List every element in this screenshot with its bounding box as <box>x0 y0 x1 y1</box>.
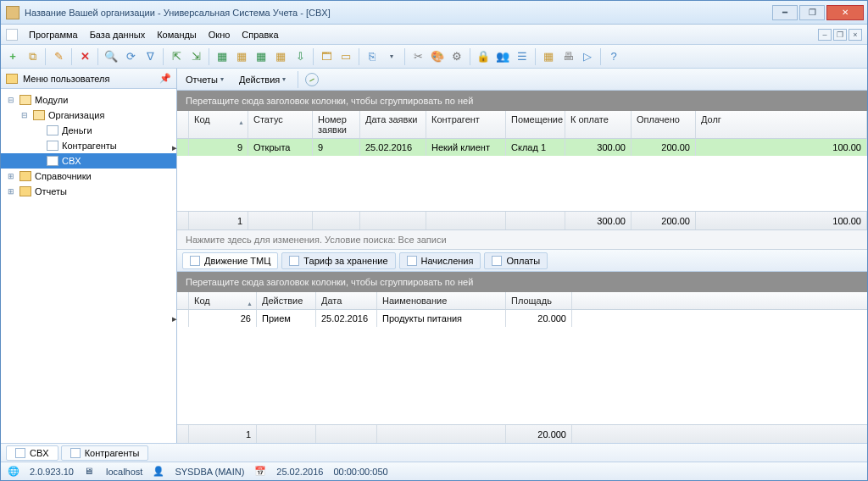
filter-icon[interactable]: ∇ <box>142 48 159 65</box>
clock-icon[interactable] <box>305 73 319 86</box>
col-pay[interactable]: К оплате <box>565 111 632 138</box>
col2-action[interactable]: Действие <box>257 292 316 309</box>
grid2-row[interactable]: ▸ 26 Прием 25.02.2016 Продукты питания 2… <box>177 310 867 327</box>
menubar: Программа База данных Команды Окно Справ… <box>1 25 867 45</box>
palette-icon[interactable]: 🎨 <box>429 48 446 65</box>
tree-node[interactable]: Деньги <box>1 123 176 138</box>
menu-commands[interactable]: Команды <box>151 27 203 42</box>
sidebar-title: Меню пользователя <box>23 74 109 84</box>
status-date: 25.02.2016 <box>276 467 323 477</box>
help-icon[interactable]: ? <box>605 48 622 65</box>
col-status[interactable]: Статус <box>248 111 313 138</box>
mdi-close-button[interactable]: × <box>849 29 862 41</box>
list-icon[interactable]: ☰ <box>514 48 531 65</box>
menu-database[interactable]: База данных <box>84 27 152 42</box>
export-excel-icon[interactable]: ▦ <box>214 48 231 65</box>
tree-label: Организация <box>48 110 104 120</box>
close-button[interactable]: ✕ <box>826 5 864 20</box>
plugin-dd-icon[interactable]: ▾ <box>383 48 400 65</box>
import-icon[interactable]: ⇩ <box>292 48 309 65</box>
expand-icon[interactable]: ⊞ <box>6 187 16 196</box>
play-icon[interactable]: ▷ <box>579 48 596 65</box>
menu-help[interactable]: Справка <box>236 27 284 42</box>
document-icon <box>47 125 58 135</box>
grid1-row[interactable]: ▸ 9 Открыта 9 25.02.2016 Некий клиент Ск… <box>177 139 867 156</box>
export4-icon[interactable]: ▦ <box>272 48 289 65</box>
plugin-icon[interactable]: ⎘ <box>364 48 381 65</box>
tree-node[interactable]: ⊟Модули <box>1 92 176 108</box>
status-user: SYSDBA (MAIN) <box>175 467 244 477</box>
tree-node[interactable]: CBX <box>1 153 176 169</box>
tree-collapse-icon[interactable]: ⇲ <box>187 48 204 65</box>
grid1-footer: 1 300.00 200.00 100.00 <box>177 211 867 229</box>
refresh-icon[interactable]: ⟳ <box>122 48 139 65</box>
col-contr[interactable]: Контрагент <box>426 111 506 138</box>
col2-area[interactable]: Площадь <box>506 292 572 309</box>
export3-icon[interactable]: ▦ <box>253 48 270 65</box>
group-hint-top[interactable]: Перетащите сюда заголовок колонки, чтобы… <box>177 91 867 111</box>
user-icon: 👤 <box>153 466 164 478</box>
lock-icon[interactable]: 🔒 <box>475 48 492 65</box>
sidebar: Меню пользователя 📌 ⊟Модули⊟ОрганизацияД… <box>1 69 177 443</box>
maximize-button[interactable]: ❐ <box>799 5 825 20</box>
calendar-icon[interactable]: ▦ <box>540 48 557 65</box>
col-code[interactable]: Код <box>189 111 248 138</box>
server-icon: 🖥 <box>84 466 96 478</box>
tab-tariff[interactable]: Тариф за хранение <box>281 252 395 269</box>
copy-icon[interactable]: ⧉ <box>24 48 41 65</box>
document-icon <box>47 141 58 151</box>
tab-icon <box>289 256 299 266</box>
tree-node[interactable]: ⊟Организация <box>1 108 176 123</box>
tab-movement[interactable]: Движение ТМЦ <box>182 252 278 269</box>
expand-icon[interactable]: ⊟ <box>19 111 30 119</box>
tools-icon[interactable]: ✂ <box>409 48 426 65</box>
nav-tree: ⊟Модули⊟ОрганизацияДеньгиКонтрагентыCBX⊞… <box>1 89 176 443</box>
window-icon[interactable]: 🗔 <box>318 48 335 65</box>
tab-payments[interactable]: Оплаты <box>484 252 548 269</box>
print-icon[interactable]: 🖶 <box>559 48 576 65</box>
group-hint-bottom[interactable]: Перетащите сюда заголовок колонки, чтобы… <box>177 272 867 292</box>
col-paid[interactable]: Оплачено <box>632 111 696 138</box>
tree-node[interactable]: ⊞Справочники <box>1 169 176 184</box>
layout-icon[interactable]: ▭ <box>337 48 354 65</box>
delete-icon[interactable]: ✕ <box>76 48 93 65</box>
tab-charges[interactable]: Начисления <box>399 252 481 269</box>
grid2-header: Код Действие Дата Наименование Площадь <box>177 292 867 310</box>
wtab-contr[interactable]: Контрагенты <box>61 445 149 461</box>
grid1-header: Код Статус Номер заявки Дата заявки Конт… <box>177 111 867 139</box>
col2-code[interactable]: Код <box>189 292 257 309</box>
tree-node[interactable]: ⊞Отчеты <box>1 184 176 199</box>
expand-icon[interactable]: ⊟ <box>6 96 16 104</box>
tree-node[interactable]: Контрагенты <box>1 138 176 153</box>
menu-window[interactable]: Окно <box>203 27 236 42</box>
search-condition[interactable]: Нажмите здесь для изменения. Условие пои… <box>177 229 867 250</box>
tab-icon <box>70 448 81 458</box>
col2-date[interactable]: Дата <box>316 292 377 309</box>
gear-icon[interactable]: ⚙ <box>448 48 465 65</box>
col-debt[interactable]: Долг <box>696 111 867 138</box>
users-icon[interactable]: 👥 <box>494 48 511 65</box>
folder-icon <box>33 110 45 120</box>
tree-label: Контрагенты <box>62 141 117 151</box>
reports-button[interactable]: Отчеты▾ <box>181 72 229 87</box>
menu-program[interactable]: Программа <box>23 27 84 42</box>
tab-icon <box>15 448 25 458</box>
add-icon[interactable]: + <box>4 48 21 65</box>
col-date[interactable]: Дата заявки <box>360 111 426 138</box>
pin-icon[interactable]: 📌 <box>159 73 171 84</box>
col-num[interactable]: Номер заявки <box>313 111 360 138</box>
col2-name[interactable]: Наименование <box>377 292 506 309</box>
search-icon[interactable]: 🔍 <box>103 48 120 65</box>
export2-icon[interactable]: ▦ <box>233 48 250 65</box>
edit-icon[interactable]: ✎ <box>50 48 67 65</box>
mdi-minimize-button[interactable]: – <box>818 29 832 41</box>
status-host: localhost <box>106 467 142 477</box>
col-room[interactable]: Помещение <box>506 111 565 138</box>
mdi-restore-button[interactable]: ❐ <box>833 29 847 41</box>
actions-button[interactable]: Действия▾ <box>234 72 291 87</box>
wtab-cbx[interactable]: CBX <box>6 445 58 461</box>
minimize-button[interactable]: ━ <box>772 5 798 20</box>
expand-icon[interactable]: ⊞ <box>6 172 16 180</box>
tab-icon <box>492 256 502 266</box>
tree-expand-icon[interactable]: ⇱ <box>168 48 185 65</box>
